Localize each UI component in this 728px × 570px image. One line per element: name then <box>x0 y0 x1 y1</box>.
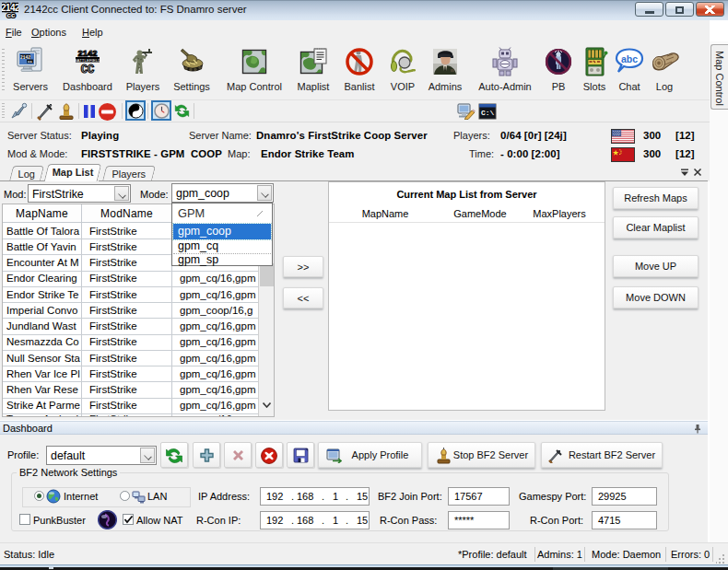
svg-text:BATTLEFIELD: BATTLEFIELD <box>75 58 101 63</box>
svg-text:cc: cc <box>7 11 16 18</box>
svg-text:cc: cc <box>28 60 32 64</box>
svg-text:CC: CC <box>81 64 94 76</box>
svg-text:C:\: C:\ <box>481 109 495 117</box>
svg-text:abc: abc <box>621 53 638 64</box>
svg-text:2142: 2142 <box>20 55 30 60</box>
svg-text:2142: 2142 <box>77 48 97 58</box>
